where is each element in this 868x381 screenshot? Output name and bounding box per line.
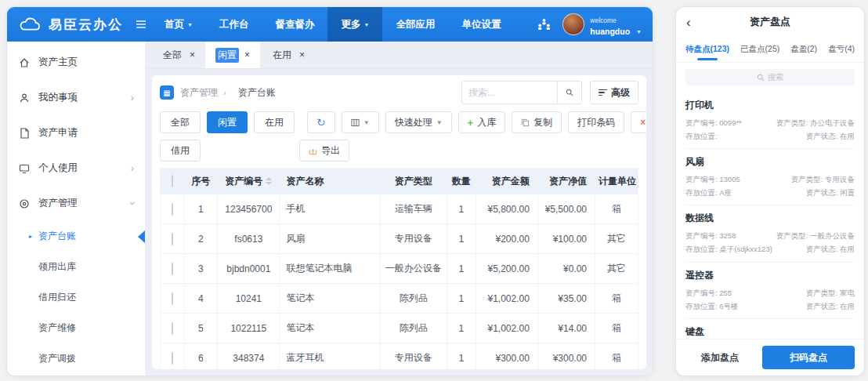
- table-row[interactable]: 4 10241 笔记本 陈列品 1 ¥1,002.00 ¥35.00 箱: [161, 284, 638, 314]
- cell-type: 陈列品: [380, 284, 447, 314]
- row-checkbox[interactable]: [172, 322, 173, 335]
- mobile-tab[interactable]: 已盘点(25): [740, 37, 779, 62]
- advanced-search-button[interactable]: 高级: [590, 81, 638, 104]
- filter-row-1: 全部闲置在用: [160, 111, 295, 133]
- column-header-4[interactable]: 数量: [447, 169, 476, 194]
- search-input[interactable]: [462, 87, 557, 98]
- column-header-3[interactable]: 资产类型: [380, 169, 447, 194]
- mobile-tab[interactable]: 盘亏(4): [828, 37, 855, 62]
- table-row[interactable]: 3 bjbdn0001 联想笔记本电脑 一般办公设备 1 ¥5,200.00 ¥…: [161, 254, 638, 284]
- select-all-checkbox[interactable]: [172, 175, 173, 187]
- scan-inventory-button[interactable]: 扫码盘点: [762, 346, 855, 369]
- cell-code: 10241: [218, 284, 280, 314]
- refresh-button[interactable]: ↻: [307, 111, 335, 133]
- sidebar-menu: 资产主页 我的事项 › 资产申请 个人使用 › 资产管理 ›: [7, 45, 145, 221]
- active-bullet-icon: ▸: [29, 233, 32, 240]
- quick-actions-button[interactable]: 快速处理▼: [385, 111, 452, 133]
- topnav-item-label: 工作台: [219, 18, 249, 31]
- main-window: 易臣云办公 首页 ▼ 工作台 督查督办 更多 ▼ 全部应用 单位设置: [6, 6, 653, 376]
- sidebar-item[interactable]: 个人使用 ›: [7, 151, 145, 186]
- cloud-logo-icon: [18, 16, 43, 32]
- sidebar-subitem[interactable]: 资产盘点: [7, 374, 145, 376]
- org-structure-icon[interactable]: [537, 17, 552, 31]
- column-header-6[interactable]: 资产净值: [537, 169, 595, 194]
- column-header-7[interactable]: 计量单位: [595, 169, 638, 194]
- sidebar-item[interactable]: 我的事项 ›: [7, 80, 145, 115]
- print-barcode-button[interactable]: 打印条码: [568, 111, 624, 133]
- mobile-header: ‹ 资产盘点: [676, 7, 864, 37]
- row-checkbox[interactable]: [172, 263, 173, 275]
- topnav-item[interactable]: 工作台: [206, 7, 262, 42]
- cell-no: 6: [184, 343, 218, 370]
- close-icon[interactable]: ×: [244, 49, 250, 60]
- asset-name: 键盘: [685, 325, 855, 339]
- column-header-5[interactable]: 资产金额: [476, 169, 537, 194]
- sidebar-subitem[interactable]: 借用归还: [7, 282, 145, 313]
- sidebar-subitem[interactable]: ▸ 资产台账: [7, 221, 145, 252]
- table-row[interactable]: 6 348374 蓝牙耳机 专用设备 1 ¥300.00 ¥300.00 箱: [161, 343, 638, 370]
- breadcrumb-current: 资产台账: [238, 86, 276, 100]
- close-icon[interactable]: ×: [190, 49, 195, 60]
- cell-net: ¥0.00: [537, 254, 595, 284]
- table-row[interactable]: 5 1022115 笔记本 陈列品 1 ¥1,002.00 ¥14.00 箱: [161, 314, 638, 343]
- chevron-down-icon: ▼: [187, 22, 193, 27]
- search-icon[interactable]: [557, 82, 581, 103]
- cell-qty: 1: [447, 343, 476, 370]
- column-header-0[interactable]: 序号: [184, 169, 218, 194]
- page-tab[interactable]: 在用 ×: [260, 42, 315, 68]
- topnav-item[interactable]: 更多 ▼: [327, 7, 382, 42]
- sidebar-item[interactable]: 资产管理 ›: [7, 186, 145, 221]
- sidebar-subitem[interactable]: 资产维修: [7, 313, 145, 343]
- status-filter-button[interactable]: 闲置: [207, 111, 248, 133]
- asset-name: 风扇: [685, 155, 855, 169]
- table-row[interactable]: 2 fs0613 风扇 专用设备 1 ¥200.00 ¥100.00 其它: [161, 224, 638, 254]
- topnav-item[interactable]: 督查督办: [262, 7, 327, 42]
- add-inventory-button[interactable]: 添加盘点: [685, 351, 754, 365]
- page-tab[interactable]: 全部 ×: [150, 42, 205, 68]
- status-filter-button[interactable]: 在用: [254, 111, 295, 133]
- inbound-button[interactable]: +入库: [458, 111, 506, 133]
- sidebar-subitem[interactable]: 资产调拨: [7, 343, 145, 374]
- breadcrumb[interactable]: 资产管理: [180, 86, 218, 100]
- copy-icon: [521, 118, 530, 127]
- column-header-2[interactable]: 资产名称: [280, 169, 380, 194]
- sidebar-item[interactable]: 资产申请: [7, 115, 145, 151]
- sidebar-subitem[interactable]: 领用出库: [7, 252, 145, 282]
- close-icon[interactable]: ×: [299, 49, 305, 60]
- page-tab[interactable]: 闲置 ×: [205, 42, 260, 68]
- mobile-search[interactable]: 搜索: [685, 69, 855, 86]
- mobile-tab[interactable]: 待盘点(123): [685, 37, 729, 62]
- back-icon[interactable]: ‹: [686, 16, 691, 29]
- cell-amount: ¥5,800.00: [476, 194, 537, 224]
- topnav-item[interactable]: 单位设置: [448, 7, 514, 42]
- sort-icon[interactable]: [266, 177, 272, 185]
- topnav-item[interactable]: 全部应用: [382, 7, 448, 42]
- topnav-item[interactable]: 首页 ▼: [151, 7, 206, 42]
- mobile-asset-item[interactable]: 笔记本1 资产编号: 131jba5 资产类型: 电子设备: [685, 376, 855, 376]
- brand-logo[interactable]: 易臣云办公: [18, 16, 123, 34]
- export-button[interactable]: 导出: [299, 140, 349, 161]
- mobile-asset-item[interactable]: 数据线 资产编号: 3258 资产类型: 一般办公设备 存放位置: 桌子(sdj…: [685, 205, 855, 262]
- mobile-asset-item[interactable]: 遥控器 资产编号: 255 资产类型: 家电 存放位置: 6号楼 资产状态: 在…: [685, 263, 855, 319]
- status-filter-button[interactable]: 借用: [160, 140, 201, 161]
- column-header-1[interactable]: 资产编号: [218, 169, 280, 194]
- cell-net: ¥35.00: [537, 284, 595, 314]
- user-menu[interactable]: welcome huangduo▼: [562, 11, 642, 37]
- collapse-arrow-icon[interactable]: [138, 230, 145, 243]
- content-area: 全部 × 闲置 × 在用 × ▦ 资产管理 › 资产台账: [146, 42, 653, 376]
- sidebar-item[interactable]: 资产主页: [7, 45, 145, 80]
- row-checkbox[interactable]: [172, 292, 173, 305]
- apps-menu-icon[interactable]: [136, 19, 146, 30]
- mobile-asset-item[interactable]: 打印机 资产编号: 0099** 资产类型: 办公电子设备 存放位置: 资产状态…: [685, 93, 855, 149]
- mobile-asset-item[interactable]: 风扇 资产编号: 13005 资产类型: 专用设备 存放位置: A座 资产状态:…: [685, 149, 855, 205]
- copy-button[interactable]: 复制: [512, 111, 562, 133]
- table-row[interactable]: 1 123456700 手机 运输车辆 1 ¥5,800.00 ¥5,500.0…: [161, 194, 638, 224]
- row-checkbox[interactable]: [172, 352, 173, 365]
- sidebar-subitem-label: 资产维修: [38, 321, 76, 335]
- status-filter-button[interactable]: 全部: [160, 111, 201, 133]
- mobile-tab[interactable]: 盘盈(2): [790, 37, 817, 62]
- columns-button[interactable]: ▼: [342, 111, 379, 133]
- row-checkbox[interactable]: [172, 203, 173, 216]
- delete-button[interactable]: ×删除: [631, 111, 646, 133]
- row-checkbox[interactable]: [172, 233, 173, 245]
